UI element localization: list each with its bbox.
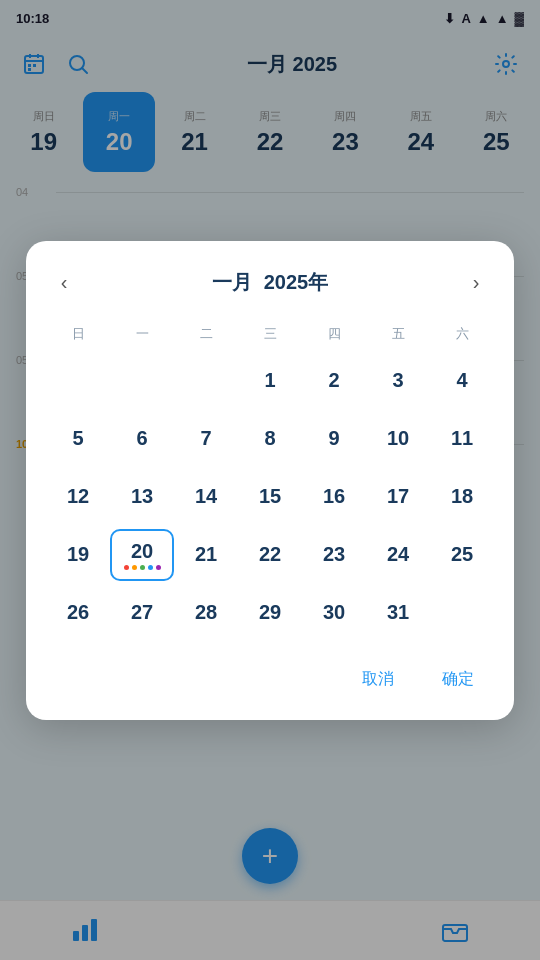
cal-empty-2 — [174, 355, 238, 407]
cal-day-12[interactable]: 12 — [46, 471, 110, 523]
cal-day-30[interactable]: 30 — [302, 587, 366, 639]
cal-day-10[interactable]: 10 — [366, 413, 430, 465]
cal-grid: 1234567891011121314151617181920212223242… — [46, 355, 494, 639]
cal-num-27: 27 — [131, 601, 153, 624]
cal-num-15: 15 — [259, 485, 281, 508]
cal-dot-2 — [140, 565, 145, 570]
cal-num-30: 30 — [323, 601, 345, 624]
cal-day-9[interactable]: 9 — [302, 413, 366, 465]
cal-num-14: 14 — [195, 485, 217, 508]
cal-num-25: 25 — [451, 543, 473, 566]
date-picker-dialog: ‹ 一月 2025年 › 日一二三四五六 1234567891011121314… — [26, 241, 514, 720]
cal-dots-20 — [124, 565, 161, 570]
cal-num-7: 7 — [200, 427, 211, 450]
cal-num-1: 1 — [264, 369, 275, 392]
weekday-label-6: 六 — [430, 321, 494, 347]
cal-num-4: 4 — [456, 369, 467, 392]
cal-num-6: 6 — [136, 427, 147, 450]
cal-num-11: 11 — [451, 427, 473, 450]
cal-day-25[interactable]: 25 — [430, 529, 494, 581]
dialog-actions: 取消 确定 — [46, 659, 494, 700]
cal-day-26[interactable]: 26 — [46, 587, 110, 639]
cal-day-3[interactable]: 3 — [366, 355, 430, 407]
weekday-label-2: 二 — [174, 321, 238, 347]
cal-day-29[interactable]: 29 — [238, 587, 302, 639]
cal-day-2[interactable]: 2 — [302, 355, 366, 407]
cal-day-1[interactable]: 1 — [238, 355, 302, 407]
dialog-year-label: 2025年 — [264, 269, 329, 296]
cal-day-28[interactable]: 28 — [174, 587, 238, 639]
cal-num-28: 28 — [195, 601, 217, 624]
cal-day-16[interactable]: 16 — [302, 471, 366, 523]
cal-num-21: 21 — [195, 543, 217, 566]
cal-day-22[interactable]: 22 — [238, 529, 302, 581]
cal-num-13: 13 — [131, 485, 153, 508]
cal-num-8: 8 — [264, 427, 275, 450]
cal-day-14[interactable]: 14 — [174, 471, 238, 523]
cal-day-18[interactable]: 18 — [430, 471, 494, 523]
cal-weekdays: 日一二三四五六 — [46, 321, 494, 347]
cancel-button[interactable]: 取消 — [342, 659, 414, 700]
weekday-label-5: 五 — [366, 321, 430, 347]
cal-num-10: 10 — [387, 427, 409, 450]
weekday-label-1: 一 — [110, 321, 174, 347]
cal-empty-0 — [46, 355, 110, 407]
confirm-button[interactable]: 确定 — [422, 659, 494, 700]
cal-num-17: 17 — [387, 485, 409, 508]
cal-day-20[interactable]: 20 — [110, 529, 174, 581]
cal-day-8[interactable]: 8 — [238, 413, 302, 465]
cal-day-27[interactable]: 27 — [110, 587, 174, 639]
cal-num-29: 29 — [259, 601, 281, 624]
cal-day-7[interactable]: 7 — [174, 413, 238, 465]
cal-day-4[interactable]: 4 — [430, 355, 494, 407]
cal-num-3: 3 — [392, 369, 403, 392]
cal-num-5: 5 — [72, 427, 83, 450]
cal-empty-1 — [110, 355, 174, 407]
cal-num-9: 9 — [328, 427, 339, 450]
cal-day-11[interactable]: 11 — [430, 413, 494, 465]
cal-day-19[interactable]: 19 — [46, 529, 110, 581]
cal-num-18: 18 — [451, 485, 473, 508]
cal-num-12: 12 — [67, 485, 89, 508]
cal-day-5[interactable]: 5 — [46, 413, 110, 465]
cal-empty-34 — [430, 587, 494, 639]
cal-dot-0 — [124, 565, 129, 570]
cal-num-16: 16 — [323, 485, 345, 508]
cal-num-31: 31 — [387, 601, 409, 624]
cal-day-15[interactable]: 15 — [238, 471, 302, 523]
cal-num-2: 2 — [328, 369, 339, 392]
weekday-label-4: 四 — [302, 321, 366, 347]
cal-num-20: 20 — [131, 540, 153, 563]
cal-num-24: 24 — [387, 543, 409, 566]
cal-dot-1 — [132, 565, 137, 570]
weekday-label-3: 三 — [238, 321, 302, 347]
dialog-month-year: 一月 2025年 — [212, 269, 329, 296]
dialog-month-label: 一月 — [212, 269, 252, 296]
cal-num-23: 23 — [323, 543, 345, 566]
prev-month-btn[interactable]: ‹ — [46, 265, 82, 301]
cal-day-24[interactable]: 24 — [366, 529, 430, 581]
cal-day-6[interactable]: 6 — [110, 413, 174, 465]
dialog-header: ‹ 一月 2025年 › — [46, 265, 494, 301]
next-month-btn[interactable]: › — [458, 265, 494, 301]
cal-dot-3 — [148, 565, 153, 570]
cal-day-13[interactable]: 13 — [110, 471, 174, 523]
weekday-label-0: 日 — [46, 321, 110, 347]
cal-num-26: 26 — [67, 601, 89, 624]
cal-dot-4 — [156, 565, 161, 570]
cal-day-21[interactable]: 21 — [174, 529, 238, 581]
cal-num-19: 19 — [67, 543, 89, 566]
cal-num-22: 22 — [259, 543, 281, 566]
cal-day-31[interactable]: 31 — [366, 587, 430, 639]
modal-overlay: ‹ 一月 2025年 › 日一二三四五六 1234567891011121314… — [0, 0, 540, 960]
cal-day-23[interactable]: 23 — [302, 529, 366, 581]
cal-day-17[interactable]: 17 — [366, 471, 430, 523]
